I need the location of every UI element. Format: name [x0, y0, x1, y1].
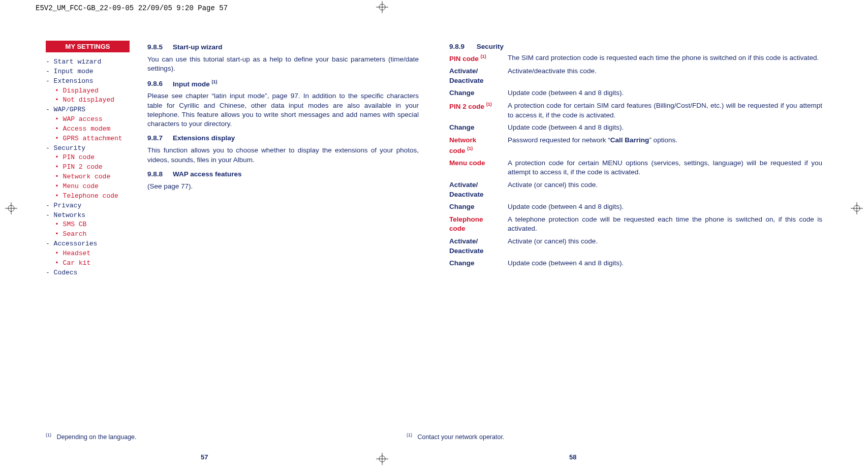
definition-row: ChangeUpdate code (between 4 and 8 digit… [449, 88, 822, 98]
definition-term: Change [449, 259, 508, 268]
sidebar-sub-item: • Search [46, 230, 137, 239]
section-heading: 9.8.5Start-up wizard [147, 43, 419, 52]
page-number-right: 58 [569, 453, 576, 461]
sidebar-sub-item: • Headset [46, 249, 137, 259]
sidebar-sub-item: • GPRS attachment [46, 134, 137, 144]
page-right: 9.8.9 Security PIN code (1)The SIM card … [449, 41, 822, 410]
definition-term: Telephonecode [449, 215, 508, 234]
definition-term: Menu code [449, 159, 508, 177]
definition-body: Update code (between 4 and 8 digits). [508, 88, 822, 98]
definition-term: Activate/Deactivate [449, 237, 508, 256]
definition-term: Change [449, 88, 508, 98]
section-heading: 9.8.8WAP access features [147, 170, 419, 179]
left-body: 9.8.5Start-up wizardYou can use this tut… [147, 41, 419, 277]
sidebar-top-item: - WAP/GPRS [46, 105, 137, 115]
definition-body: The SIM card protection code is requeste… [508, 53, 822, 64]
definition-body: Activate (or cancel) this code. [508, 237, 822, 256]
sidebar-top-item: - Input mode [46, 67, 137, 77]
sidebar-top-item: - Accessories [46, 239, 137, 249]
definition-body: A protection code for certain SIM card f… [508, 101, 822, 120]
crop-mark-left [5, 202, 17, 214]
definition-body: A protection code for certain MENU optio… [508, 159, 822, 177]
definition-term: Change [449, 202, 508, 212]
sidebar-sub-item: • Menu code [46, 182, 137, 192]
sidebar-sub-item: • Not displayed [46, 96, 137, 105]
sidebar-sub-item: • Access modem [46, 125, 137, 134]
definition-row: Menu codeA protection code for certain M… [449, 159, 822, 177]
sidebar-top-item: - Security [46, 144, 137, 153]
page-number-left: 57 [201, 453, 208, 461]
definition-term: PIN 2 code (1) [449, 101, 508, 120]
sidebar-top-item: - Privacy [46, 201, 137, 211]
definition-row: PIN code (1)The SIM card protection code… [449, 53, 822, 64]
section-title: Security [477, 43, 504, 50]
definition-row: ChangeUpdate code (between 4 and 8 digit… [449, 202, 822, 212]
section-heading: 9.8.6Input mode (1) [147, 79, 419, 89]
definition-body: Password requested for network “Call Bar… [508, 136, 822, 156]
section-heading: 9.8.7Extensions display [147, 134, 419, 143]
definition-term: Activate/Deactivate [449, 67, 508, 85]
section-heading-security: 9.8.9 Security [449, 43, 822, 50]
definition-body: Update code (between 4 and 8 digits). [508, 123, 822, 133]
sidebar-sub-item: • Car kit [46, 259, 137, 268]
sidebar-top-item: - Networks [46, 211, 137, 221]
sidebar-sub-item: • Telephone code [46, 192, 137, 201]
sidebar-sub-item: • PIN code [46, 153, 137, 163]
paragraph: This function allows you to choose wheth… [147, 146, 419, 164]
crop-mark-right [851, 202, 863, 214]
crop-mark-top [376, 1, 388, 13]
sidebar-sub-item: • Network code [46, 172, 137, 182]
definition-row: ChangeUpdate code (between 4 and 8 digit… [449, 259, 822, 268]
footnote-mark: (1) [46, 432, 51, 438]
footnote-text: Contact your network operator. [417, 433, 504, 441]
definition-body: Activate/deactivate this code. [508, 67, 822, 85]
definition-row: Activate/DeactivateActivate/deactivate t… [449, 67, 822, 85]
sidebar-top-item: - Codecs [46, 268, 137, 278]
sidebar-menu: - Start wizard- Input mode- Extensions• … [46, 57, 137, 277]
sidebar-sub-item: • WAP access [46, 115, 137, 125]
definition-term: PIN code (1) [449, 53, 508, 64]
footnote-right: (1) Contact your network operator. [407, 432, 504, 441]
sidebar-sub-item: • PIN 2 code [46, 163, 137, 172]
crop-mark-bottom [376, 453, 388, 465]
footnote-mark: (1) [407, 432, 412, 438]
definitions-list: PIN code (1)The SIM card protection code… [449, 53, 822, 268]
print-header: E5V2_UM_FCC-GB_22-09-05 22/09/05 9:20 Pa… [36, 4, 228, 12]
definition-body: Update code (between 4 and 8 digits). [508, 202, 822, 212]
sidebar-top-item: - Start wizard [46, 57, 137, 67]
footnote-text: Depending on the language. [56, 433, 136, 441]
section-tab: MY SETTINGS [46, 41, 130, 52]
definition-term: Activate/Deactivate [449, 180, 508, 199]
definition-term: Networkcode (1) [449, 136, 508, 156]
footnote-left: (1) Depending on the language. [46, 432, 137, 441]
definition-row: PIN 2 code (1)A protection code for cert… [449, 101, 822, 120]
definition-body: Update code (between 4 and 8 digits). [508, 259, 822, 268]
definition-row: ChangeUpdate code (between 4 and 8 digit… [449, 123, 822, 133]
definition-term: Change [449, 123, 508, 133]
definition-body: Activate (or cancel) this code. [508, 180, 822, 199]
page-left: MY SETTINGS - Start wizard- Input mode- … [46, 41, 419, 410]
sidebar-top-item: - Extensions [46, 77, 137, 86]
definition-body: A telephone protection code will be requ… [508, 215, 822, 234]
sidebar-sub-item: • Displayed [46, 86, 137, 96]
definition-row: Activate/DeactivateActivate (or cancel) … [449, 180, 822, 199]
sidebar-sub-item: • SMS CB [46, 220, 137, 230]
definition-row: Activate/DeactivateActivate (or cancel) … [449, 237, 822, 256]
paragraph: (See page 77). [147, 182, 419, 191]
paragraph: You can use this tutorial start-up as a … [147, 55, 419, 73]
section-number: 9.8.9 [449, 43, 475, 50]
definition-row: TelephonecodeA telephone protection code… [449, 215, 822, 234]
paragraph: Please see chapter “latin input mode”, p… [147, 91, 419, 129]
definition-row: Networkcode (1)Password requested for ne… [449, 136, 822, 156]
